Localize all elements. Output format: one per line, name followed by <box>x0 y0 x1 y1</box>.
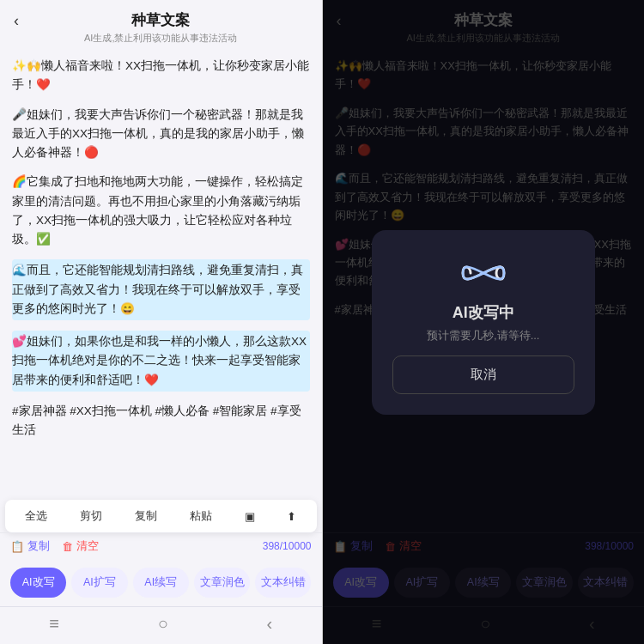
left-ai-continue[interactable]: AI续写 <box>133 568 189 598</box>
left-block-0: ✨🙌懒人福音来啦！XX扫拖一体机，让你秒变家居小能手！❤️ <box>12 57 310 95</box>
left-block-2: 🌈它集成了扫地和拖地两大功能，一键操作，轻松搞定家里的清洁问题。再也不用担心家里… <box>12 173 310 249</box>
left-nav-home[interactable]: ○ <box>158 614 168 634</box>
ctx-paste[interactable]: 粘贴 <box>183 507 219 526</box>
left-clear-button[interactable]: 🗑 清空 <box>62 538 99 554</box>
modal-cancel-button[interactable]: 取消 <box>392 355 574 394</box>
left-ai-buttons: AI改写 AI扩写 AI续写 文章润色 文本纠错 <box>0 562 322 606</box>
left-char-count: 398/10000 <box>263 540 312 552</box>
ctx-box[interactable]: ▣ <box>238 508 262 525</box>
left-back-button[interactable]: ‹ <box>14 12 19 30</box>
modal-overlay: AI改写中 预计需要几秒,请等待... 取消 <box>323 0 645 644</box>
left-block-5[interactable]: 💕姐妹们，如果你也是和我一样的小懒人，那么这款XX扫拖一体机绝对是你的不二之选！… <box>12 331 310 392</box>
modal-box: AI改写中 预计需要几秒,请等待... 取消 <box>372 230 595 415</box>
left-ai-expand[interactable]: AI扩写 <box>71 568 127 598</box>
infinity-icon <box>458 256 509 290</box>
left-subtitle: AI生成,禁止利用该功能从事违法活动 <box>84 32 237 45</box>
left-header: ‹ 种草文案 AI生成,禁止利用该功能从事违法活动 <box>0 0 322 48</box>
ctx-selectall[interactable]: 全选 <box>18 507 54 526</box>
left-content-area: ✨🙌懒人福音来啦！XX扫拖一体机，让你秒变家居小能手！❤️ 🎤姐妹们，我要大声告… <box>0 48 322 500</box>
left-nav-menu[interactable]: ≡ <box>49 614 59 634</box>
left-bottom-nav: ≡ ○ ‹ <box>0 606 322 644</box>
left-footer-stats: 📋 复制 🗑 清空 398/10000 <box>10 538 312 554</box>
left-block-6: #家居神器 #XX扫拖一体机 #懒人必备 #智能家居 #享受生活 <box>12 402 310 440</box>
left-ai-correct[interactable]: 文本纠错 <box>255 568 311 598</box>
left-block-1: 🎤姐妹们，我要大声告诉你们一个秘密武器！那就是我最近入手的XX扫拖一体机，真的是… <box>12 106 310 163</box>
left-footer: 📋 复制 🗑 清空 398/10000 <box>0 532 322 562</box>
trash-icon: 🗑 <box>62 540 73 553</box>
left-panel: ‹ 种草文案 AI生成,禁止利用该功能从事违法活动 ✨🙌懒人福音来啦！XX扫拖一… <box>0 0 322 644</box>
modal-subtitle: 预计需要几秒,请等待... <box>427 328 539 343</box>
copy-icon: 📋 <box>10 540 24 553</box>
left-copy-button[interactable]: 📋 复制 <box>10 538 50 554</box>
right-panel: ‹ 种草文案 AI生成,禁止利用该功能从事违法活动 ✨🙌懒人福音来啦！XX扫拖一… <box>323 0 645 644</box>
left-ai-rewrite[interactable]: AI改写 <box>10 568 66 598</box>
modal-title: AI改写中 <box>453 302 514 323</box>
ctx-share[interactable]: ⬆ <box>280 508 303 525</box>
ctx-copy[interactable]: 复制 <box>128 507 164 526</box>
left-title: 种草文案 <box>131 10 190 30</box>
left-nav-back[interactable]: ‹ <box>266 614 272 634</box>
left-ai-polish[interactable]: 文章润色 <box>194 568 250 598</box>
left-block-4[interactable]: 🌊而且，它还能智能规划清扫路线，避免重复清扫，真正做到了高效又省力！我现在终于可… <box>12 259 310 320</box>
context-menu: 全选 剪切 复制 粘贴 ▣ ⬆ <box>5 500 317 532</box>
ctx-cut[interactable]: 剪切 <box>73 507 109 526</box>
